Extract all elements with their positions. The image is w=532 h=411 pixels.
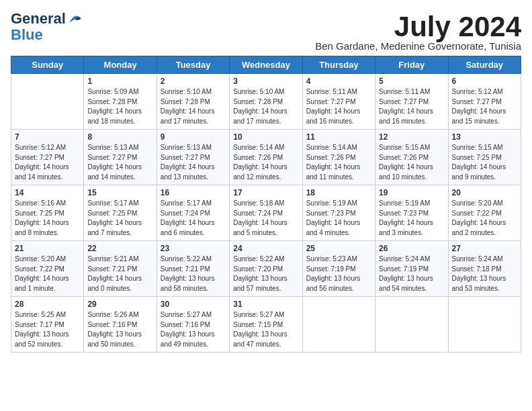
day-number: 11 [306,132,371,142]
day-number: 19 [379,188,444,197]
calendar-cell: 16Sunrise: 5:17 AM Sunset: 7:24 PM Dayli… [157,185,229,241]
day-number: 3 [233,77,298,86]
calendar-cell: 6Sunrise: 5:12 AM Sunset: 7:27 PM Daylig… [448,74,521,130]
day-number: 4 [306,77,371,86]
day-info: Sunrise: 5:24 AM Sunset: 7:18 PM Dayligh… [452,255,517,293]
day-number: 8 [87,132,152,142]
calendar-cell: 14Sunrise: 5:16 AM Sunset: 7:25 PM Dayli… [11,185,84,241]
day-number: 7 [15,132,80,142]
week-row-2: 14Sunrise: 5:16 AM Sunset: 7:25 PM Dayli… [11,185,521,241]
calendar-cell: 19Sunrise: 5:19 AM Sunset: 7:23 PM Dayli… [375,185,448,241]
day-number: 9 [161,132,226,142]
day-info: Sunrise: 5:22 AM Sunset: 7:21 PM Dayligh… [161,255,226,293]
day-number: 31 [233,300,298,309]
header-wednesday: Wednesday [230,56,302,74]
header-saturday: Saturday [448,56,521,74]
calendar-cell [302,297,375,353]
day-info: Sunrise: 5:13 AM Sunset: 7:27 PM Dayligh… [87,143,152,182]
calendar-cell: 30Sunrise: 5:27 AM Sunset: 7:16 PM Dayli… [157,297,229,353]
day-number: 21 [15,244,80,253]
week-row-1: 7Sunrise: 5:12 AM Sunset: 7:27 PM Daylig… [11,130,521,185]
calendar-cell: 2Sunrise: 5:10 AM Sunset: 7:28 PM Daylig… [157,74,229,130]
day-info: Sunrise: 5:12 AM Sunset: 7:27 PM Dayligh… [15,143,80,182]
calendar-cell [448,297,521,353]
day-info: Sunrise: 5:17 AM Sunset: 7:25 PM Dayligh… [87,199,152,238]
day-info: Sunrise: 5:27 AM Sunset: 7:16 PM Dayligh… [161,310,226,349]
calendar-cell: 28Sunrise: 5:25 AM Sunset: 7:17 PM Dayli… [11,297,84,353]
day-info: Sunrise: 5:11 AM Sunset: 7:27 PM Dayligh… [379,87,444,126]
header-sunday: Sunday [11,56,84,74]
day-number: 17 [233,188,298,197]
header-thursday: Thursday [302,56,375,74]
calendar-cell: 9Sunrise: 5:13 AM Sunset: 7:27 PM Daylig… [157,130,229,185]
day-number: 5 [379,77,444,86]
calendar-cell: 12Sunrise: 5:15 AM Sunset: 7:26 PM Dayli… [375,130,448,185]
day-info: Sunrise: 5:14 AM Sunset: 7:26 PM Dayligh… [233,143,298,182]
day-number: 24 [233,244,298,253]
calendar-cell: 23Sunrise: 5:22 AM Sunset: 7:21 PM Dayli… [157,241,229,297]
day-info: Sunrise: 5:22 AM Sunset: 7:20 PM Dayligh… [233,255,298,293]
day-number: 27 [452,244,517,253]
calendar-cell: 27Sunrise: 5:24 AM Sunset: 7:18 PM Dayli… [448,241,521,297]
header-monday: Monday [84,56,157,74]
week-row-4: 28Sunrise: 5:25 AM Sunset: 7:17 PM Dayli… [11,297,521,353]
day-info: Sunrise: 5:18 AM Sunset: 7:24 PM Dayligh… [233,199,298,238]
day-info: Sunrise: 5:10 AM Sunset: 7:28 PM Dayligh… [161,87,226,126]
calendar-cell: 11Sunrise: 5:14 AM Sunset: 7:26 PM Dayli… [302,130,375,185]
day-info: Sunrise: 5:16 AM Sunset: 7:25 PM Dayligh… [15,199,80,238]
day-info: Sunrise: 5:20 AM Sunset: 7:22 PM Dayligh… [15,255,80,293]
logo-icon [67,11,83,27]
title-block: July 2024 Ben Gardane, Medenine Governor… [315,11,521,52]
day-info: Sunrise: 5:19 AM Sunset: 7:23 PM Dayligh… [379,199,444,238]
logo: General Blue [11,11,83,43]
week-row-3: 21Sunrise: 5:20 AM Sunset: 7:22 PM Dayli… [11,241,521,297]
day-info: Sunrise: 5:09 AM Sunset: 7:28 PM Dayligh… [87,87,152,126]
calendar-cell: 3Sunrise: 5:10 AM Sunset: 7:28 PM Daylig… [230,74,302,130]
calendar-cell: 18Sunrise: 5:19 AM Sunset: 7:23 PM Dayli… [302,185,375,241]
calendar-cell [375,297,448,353]
calendar-cell: 17Sunrise: 5:18 AM Sunset: 7:24 PM Dayli… [230,185,302,241]
day-number: 1 [87,77,152,86]
calendar-cell: 7Sunrise: 5:12 AM Sunset: 7:27 PM Daylig… [11,130,84,185]
day-number: 23 [161,244,226,253]
day-number: 30 [161,300,226,309]
day-number: 6 [452,77,517,86]
day-info: Sunrise: 5:20 AM Sunset: 7:22 PM Dayligh… [452,199,517,238]
day-info: Sunrise: 5:11 AM Sunset: 7:27 PM Dayligh… [306,87,371,126]
location-title: Ben Gardane, Medenine Governorate, Tunis… [315,40,521,52]
day-info: Sunrise: 5:15 AM Sunset: 7:25 PM Dayligh… [452,143,517,182]
day-info: Sunrise: 5:13 AM Sunset: 7:27 PM Dayligh… [161,143,226,182]
day-number: 12 [379,132,444,142]
day-number: 22 [87,244,152,253]
day-info: Sunrise: 5:23 AM Sunset: 7:19 PM Dayligh… [306,255,371,293]
calendar-cell [11,74,84,130]
calendar-cell: 29Sunrise: 5:26 AM Sunset: 7:16 PM Dayli… [84,297,157,353]
calendar-cell: 10Sunrise: 5:14 AM Sunset: 7:26 PM Dayli… [230,130,302,185]
day-number: 13 [452,132,517,142]
calendar-cell: 8Sunrise: 5:13 AM Sunset: 7:27 PM Daylig… [84,130,157,185]
day-number: 16 [161,188,226,197]
calendar-cell: 4Sunrise: 5:11 AM Sunset: 7:27 PM Daylig… [302,74,375,130]
day-info: Sunrise: 5:19 AM Sunset: 7:23 PM Dayligh… [306,199,371,238]
day-info: Sunrise: 5:12 AM Sunset: 7:27 PM Dayligh… [452,87,517,126]
day-info: Sunrise: 5:15 AM Sunset: 7:26 PM Dayligh… [379,143,444,182]
calendar-cell: 25Sunrise: 5:23 AM Sunset: 7:19 PM Dayli… [302,241,375,297]
day-info: Sunrise: 5:25 AM Sunset: 7:17 PM Dayligh… [15,310,80,349]
day-number: 15 [87,188,152,197]
week-row-0: 1Sunrise: 5:09 AM Sunset: 7:28 PM Daylig… [11,74,521,130]
month-title: July 2024 [315,11,521,43]
day-number: 29 [87,300,152,309]
day-number: 28 [15,300,80,309]
header-tuesday: Tuesday [157,56,229,74]
calendar-header-row: SundayMondayTuesdayWednesdayThursdayFrid… [11,56,521,74]
page-header: General Blue July 2024 Ben Gardane, Mede… [11,11,521,52]
day-number: 25 [306,244,371,253]
day-info: Sunrise: 5:21 AM Sunset: 7:21 PM Dayligh… [87,255,152,293]
calendar-cell: 1Sunrise: 5:09 AM Sunset: 7:28 PM Daylig… [84,74,157,130]
calendar-cell: 15Sunrise: 5:17 AM Sunset: 7:25 PM Dayli… [84,185,157,241]
day-number: 2 [161,77,226,86]
day-number: 10 [233,132,298,142]
day-info: Sunrise: 5:27 AM Sunset: 7:15 PM Dayligh… [233,310,298,349]
day-number: 18 [306,188,371,197]
day-info: Sunrise: 5:24 AM Sunset: 7:19 PM Dayligh… [379,255,444,293]
